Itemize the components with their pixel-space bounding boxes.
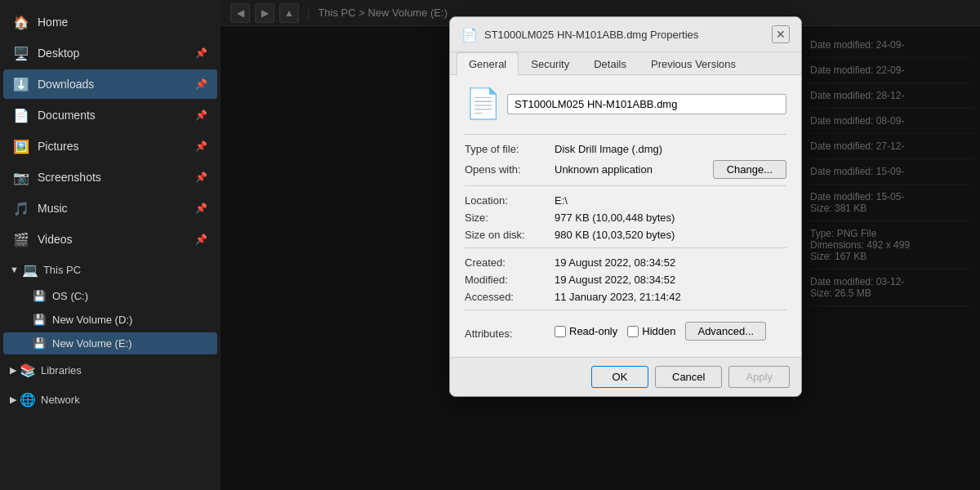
sidebar-item-screenshots[interactable]: 📷 Screenshots 📌 xyxy=(3,163,217,192)
desktop-icon: 🖥️ xyxy=(13,45,29,61)
sidebar-item-downloads[interactable]: ⬇️ Downloads 📌 xyxy=(3,69,217,99)
file-name-input[interactable] xyxy=(507,94,786,114)
videos-icon: 🎬 xyxy=(13,231,29,247)
sidebar-item-documents[interactable]: 📄 Documents 📌 xyxy=(3,100,217,130)
drive-icon: 💾 xyxy=(33,337,46,350)
tab-general[interactable]: General xyxy=(457,52,519,75)
sidebar-item-label: Pictures xyxy=(38,140,79,153)
sidebar-item-label: Home xyxy=(38,16,68,29)
sidebar-item-new-volume-e[interactable]: 💾 New Volume (E:) xyxy=(3,332,217,354)
pin-icon: 📌 xyxy=(195,78,207,90)
this-pc-icon: 💻 xyxy=(22,261,38,278)
file-name-row: 📄 xyxy=(465,87,786,121)
type-of-file-row: Type of file: Disk Drill Image (.dmg) xyxy=(465,143,786,155)
readonly-checkbox-label[interactable]: Read-only xyxy=(555,325,617,337)
pin-icon: 📌 xyxy=(195,140,207,152)
readonly-label: Read-only xyxy=(569,325,617,337)
attributes-label: Attributes: xyxy=(465,327,555,340)
pin-icon: 📌 xyxy=(195,172,207,183)
drive-icon: 💾 xyxy=(33,314,46,326)
sidebar-item-label: New Volume (E:) xyxy=(52,337,132,350)
chevron-right-icon: ▶ xyxy=(10,365,16,376)
ok-button[interactable]: OK xyxy=(591,366,648,388)
hidden-checkbox-label[interactable]: Hidden xyxy=(627,325,675,337)
sidebar-group-network[interactable]: ▶ 🌐 Network xyxy=(0,385,220,414)
info-section-attributes: Attributes: Read-only Hidden Advanced... xyxy=(465,310,786,341)
type-of-file-label: Type of file: xyxy=(465,143,555,155)
created-label: Created: xyxy=(465,256,555,269)
documents-icon: 📄 xyxy=(13,107,29,123)
info-section-type: Type of file: Disk Drill Image (.dmg) Op… xyxy=(465,134,786,179)
tab-security[interactable]: Security xyxy=(519,52,581,75)
pin-icon: 📌 xyxy=(195,203,207,214)
home-icon: 🏠 xyxy=(13,14,29,30)
info-section-dates: Created: 19 August 2022, 08:34:52 Modifi… xyxy=(465,247,786,303)
pin-icon: 📌 xyxy=(195,109,207,121)
sidebar-group-label: This PC xyxy=(43,264,81,276)
tab-previous-versions[interactable]: Previous Versions xyxy=(639,52,748,75)
cancel-button[interactable]: Cancel xyxy=(655,366,722,388)
sidebar-group-label: Network xyxy=(41,394,80,406)
created-value: 19 August 2022, 08:34:52 xyxy=(555,256,786,269)
sidebar-item-new-volume-d[interactable]: 💾 New Volume (D:) xyxy=(3,309,217,331)
sidebar-item-label: Videos xyxy=(38,233,73,246)
file-big-icon: 📄 xyxy=(465,87,497,121)
sidebar-item-pictures[interactable]: 🖼️ Pictures 📌 xyxy=(3,131,217,161)
dialog-tabs: General Security Details Previous Versio… xyxy=(450,52,801,75)
dialog-body: 📄 Type of file: Disk Drill Image (.dmg) … xyxy=(450,75,801,357)
sidebar-item-os-c[interactable]: 💾 OS (C:) xyxy=(3,285,217,307)
dialog-title: ST1000LM025 HN-M101ABB.dmg Properties xyxy=(484,29,698,41)
size-value: 977 KB (10,00,448 bytes) xyxy=(555,212,786,224)
pictures-icon: 🖼️ xyxy=(13,138,29,154)
size-on-disk-value: 980 KB (10,03,520 bytes) xyxy=(555,229,786,241)
info-section-location: Location: E:\ Size: 977 KB (10,00,448 by… xyxy=(465,185,786,241)
advanced-button[interactable]: Advanced... xyxy=(685,322,766,341)
modified-label: Modified: xyxy=(465,274,555,286)
modified-value: 19 August 2022, 08:34:52 xyxy=(555,274,786,286)
accessed-value: 11 January 2023, 21:14:42 xyxy=(555,291,786,303)
size-label: Size: xyxy=(465,212,555,224)
size-row: Size: 977 KB (10,00,448 bytes) xyxy=(465,212,786,224)
sidebar-item-label: New Volume (D:) xyxy=(52,314,132,326)
sidebar-item-label: Documents xyxy=(38,109,96,122)
close-button[interactable]: ✕ xyxy=(772,25,790,43)
sidebar-group-libraries[interactable]: ▶ 📚 Libraries xyxy=(0,355,220,385)
sidebar-item-label: Screenshots xyxy=(38,171,101,184)
attributes-row-container: Attributes: Read-only Hidden Advanced... xyxy=(465,318,786,341)
size-on-disk-label: Size on disk: xyxy=(465,229,555,241)
chevron-right-icon: ▶ xyxy=(10,394,16,405)
drive-icon: 💾 xyxy=(33,290,46,302)
pin-icon: 📌 xyxy=(195,234,207,245)
sidebar-item-videos[interactable]: 🎬 Videos 📌 xyxy=(3,225,217,254)
opens-with-label: Opens with: xyxy=(465,163,555,176)
apply-button[interactable]: Apply xyxy=(728,366,790,388)
dialog-titlebar: 📄 ST1000LM025 HN-M101ABB.dmg Properties … xyxy=(450,17,801,52)
tab-details[interactable]: Details xyxy=(581,52,639,75)
sidebar-item-label: OS (C:) xyxy=(52,290,88,302)
sidebar-item-label: Desktop xyxy=(38,47,79,60)
accessed-label: Accessed: xyxy=(465,291,555,303)
chevron-down-icon: ▼ xyxy=(10,265,19,274)
properties-dialog: 📄 ST1000LM025 HN-M101ABB.dmg Properties … xyxy=(449,16,802,397)
sidebar-group-label: Libraries xyxy=(41,364,82,376)
sidebar-item-label: Downloads xyxy=(38,78,94,91)
sidebar-item-desktop[interactable]: 🖥️ Desktop 📌 xyxy=(3,38,217,68)
modified-row: Modified: 19 August 2022, 08:34:52 xyxy=(465,274,786,286)
opens-with-row: Opens with: Unknown application Change..… xyxy=(465,160,786,179)
network-icon: 🌐 xyxy=(20,391,36,408)
modal-overlay: 📄 ST1000LM025 HN-M101ABB.dmg Properties … xyxy=(220,0,980,490)
music-icon: 🎵 xyxy=(13,200,29,216)
hidden-checkbox[interactable] xyxy=(627,326,639,337)
readonly-checkbox[interactable] xyxy=(555,326,566,337)
main-content: ◀ ▶ ▲ | This PC > New Volume (E:) Date m… xyxy=(220,0,980,490)
downloads-icon: ⬇️ xyxy=(13,76,29,92)
sidebar-group-this-pc[interactable]: ▼ 💻 This PC xyxy=(0,255,220,284)
libraries-icon: 📚 xyxy=(20,362,36,378)
location-row: Location: E:\ xyxy=(465,194,786,207)
size-on-disk-row: Size on disk: 980 KB (10,03,520 bytes) xyxy=(465,229,786,241)
sidebar-item-home[interactable]: 🏠 Home xyxy=(3,7,217,37)
sidebar: 🏠 Home 🖥️ Desktop 📌 ⬇️ Downloads 📌 📄 Doc… xyxy=(0,0,220,490)
change-button[interactable]: Change... xyxy=(713,160,786,179)
sidebar-item-music[interactable]: 🎵 Music 📌 xyxy=(3,194,217,223)
accessed-row: Accessed: 11 January 2023, 21:14:42 xyxy=(465,291,786,303)
